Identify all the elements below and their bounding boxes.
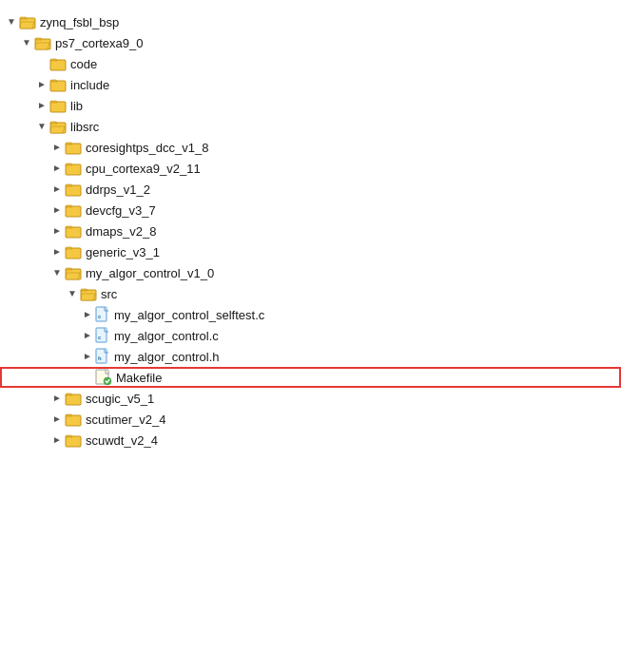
chevron-right-icon[interactable]: ►	[80, 349, 95, 364]
svg-rect-12	[66, 144, 81, 154]
svg-rect-20	[66, 227, 81, 238]
tree-item-generic_v3_1[interactable]: ► generic_v3_1	[0, 241, 621, 262]
tree-item-label: scuwdt_v2_4	[86, 433, 158, 448]
file-tree: ▼ zynq_fsbl_bsp▼ ps7_cortexa9_0 code► in…	[0, 8, 621, 454]
tree-item-label: ps7_cortexa9_0	[55, 36, 144, 50]
tree-item-scutimer_v2_4[interactable]: ► scutimer_v2_4	[0, 409, 621, 430]
chevron-right-icon[interactable]: ►	[49, 391, 65, 406]
folder-icon	[80, 285, 97, 302]
svg-text:h: h	[98, 355, 102, 361]
svg-rect-4	[50, 60, 66, 70]
svg-rect-16	[66, 185, 81, 196]
folder-icon	[65, 432, 82, 449]
tree-item-my_algor_control_v1_0[interactable]: ▼ my_algor_control_v1_0	[0, 262, 621, 283]
tree-item-makefile[interactable]: Makefile	[0, 367, 621, 388]
chevron-down-icon[interactable]: ▼	[4, 14, 19, 29]
tree-item-scuwdt_v2_4[interactable]: ► scuwdt_v2_4	[0, 430, 621, 451]
folder-icon	[65, 411, 82, 428]
tree-item-label: src	[101, 287, 117, 301]
c-file-icon: c	[95, 306, 110, 323]
svg-rect-18	[66, 206, 81, 217]
tree-item-label: code	[70, 57, 97, 71]
chevron-right-icon[interactable]: ►	[80, 307, 95, 322]
chevron-placeholder	[80, 370, 95, 385]
tree-item-label: generic_v3_1	[86, 245, 160, 259]
tree-item-label: dmaps_v2_8	[86, 224, 156, 239]
h-file-icon: h	[95, 348, 110, 365]
svg-rect-8	[50, 102, 66, 112]
svg-rect-36	[66, 394, 81, 405]
tree-item-label: cpu_cortexa9_v2_11	[86, 162, 201, 176]
folder-icon	[65, 160, 82, 177]
chevron-right-icon[interactable]: ►	[49, 182, 65, 197]
chevron-right-icon[interactable]: ►	[80, 328, 95, 343]
tree-item-cpu_cortexa9_v2_11[interactable]: ► cpu_cortexa9_v2_11	[0, 158, 621, 179]
svg-rect-38	[66, 415, 81, 426]
chevron-placeholder	[34, 56, 49, 71]
tree-item-devcfg_v3_7[interactable]: ► devcfg_v3_7	[0, 200, 621, 221]
folder-icon	[49, 55, 67, 72]
svg-rect-6	[50, 81, 66, 91]
tree-item-libsrc[interactable]: ▼ libsrc	[0, 116, 621, 137]
tree-item-label: lib	[70, 99, 83, 113]
folder-icon	[65, 390, 82, 407]
chevron-right-icon[interactable]: ►	[49, 432, 65, 448]
chevron-right-icon[interactable]: ►	[34, 77, 49, 92]
svg-rect-40	[66, 436, 81, 447]
tree-item-label: my_algor_control_selftest.c	[114, 308, 264, 322]
chevron-down-icon[interactable]: ▼	[49, 265, 65, 280]
folder-icon	[65, 243, 82, 260]
tree-item-my_algor_control_c[interactable]: ► c my_algor_control.c	[0, 325, 621, 346]
folder-icon	[49, 118, 67, 135]
tree-item-ps7_cortexa9_0[interactable]: ▼ ps7_cortexa9_0	[0, 32, 621, 53]
tree-item-label: scutimer_v2_4	[86, 413, 166, 427]
tree-item-ddrps_v1_2[interactable]: ► ddrps_v1_2	[0, 179, 621, 200]
tree-item-label: coresightps_dcc_v1_8	[86, 141, 208, 155]
svg-rect-14	[66, 164, 81, 175]
chevron-down-icon[interactable]: ▼	[65, 286, 80, 301]
tree-item-lib[interactable]: ► lib	[0, 95, 621, 116]
tree-item-label: Makefile	[116, 371, 162, 385]
tree-item-scugic_v5_1[interactable]: ► scugic_v5_1	[0, 388, 621, 409]
chevron-down-icon[interactable]: ▼	[34, 119, 49, 134]
tree-item-dmaps_v2_8[interactable]: ► dmaps_v2_8	[0, 221, 621, 241]
tree-item-include[interactable]: ► include	[0, 74, 621, 95]
chevron-right-icon[interactable]: ►	[49, 140, 65, 155]
tree-item-my_algor_control_h[interactable]: ► h my_algor_control.h	[0, 346, 621, 367]
chevron-down-icon[interactable]: ▼	[19, 35, 34, 50]
tree-item-label: zynq_fsbl_bsp	[40, 15, 119, 29]
folder-icon	[65, 264, 82, 281]
tree-item-coresightps_dcc_v1_8[interactable]: ► coresightps_dcc_v1_8	[0, 137, 621, 158]
tree-item-label: ddrps_v1_2	[86, 182, 150, 197]
folder-icon	[34, 34, 51, 51]
folder-icon	[65, 139, 82, 156]
tree-item-label: include	[70, 78, 109, 92]
tree-item-label: devcfg_v3_7	[86, 203, 156, 218]
chevron-right-icon[interactable]: ►	[49, 202, 65, 218]
chevron-right-icon[interactable]: ►	[49, 223, 65, 239]
folder-icon	[65, 222, 82, 240]
tree-item-label: my_algor_control.c	[114, 329, 219, 343]
folder-icon	[49, 97, 67, 114]
tree-item-src[interactable]: ▼ src	[0, 283, 621, 304]
tree-item-zynq_fsbl_bsp[interactable]: ▼ zynq_fsbl_bsp	[0, 11, 621, 32]
tree-item-label: libsrc	[70, 120, 99, 134]
svg-rect-22	[66, 248, 81, 259]
tree-item-label: my_algor_control_v1_0	[86, 266, 214, 280]
makefile-icon	[95, 369, 112, 386]
chevron-right-icon[interactable]: ►	[49, 161, 65, 176]
tree-item-label: scugic_v5_1	[86, 392, 154, 406]
tree-item-my_algor_control_selftest_c[interactable]: ► c my_algor_control_selftest.c	[0, 304, 621, 325]
folder-icon	[65, 202, 82, 219]
folder-icon	[49, 76, 67, 93]
chevron-right-icon[interactable]: ►	[49, 412, 65, 427]
tree-item-code[interactable]: code	[0, 53, 621, 74]
folder-icon	[19, 13, 36, 30]
tree-item-label: my_algor_control.h	[114, 350, 220, 364]
folder-icon	[65, 181, 82, 198]
chevron-right-icon[interactable]: ►	[34, 98, 49, 113]
chevron-right-icon[interactable]: ►	[49, 244, 65, 259]
c-file-icon: c	[95, 327, 110, 344]
